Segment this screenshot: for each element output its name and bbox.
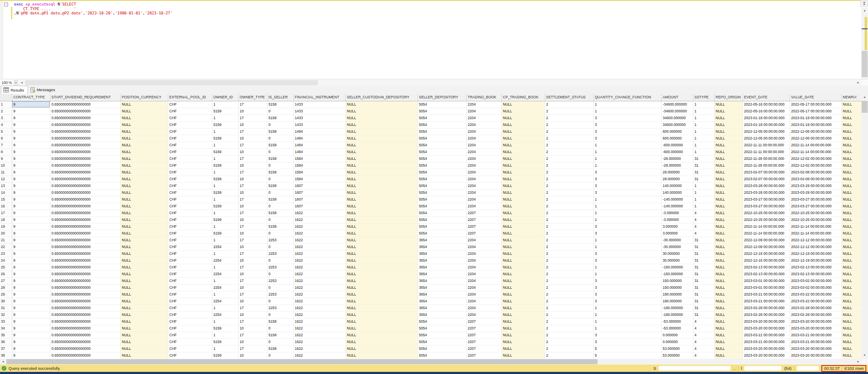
grid-cell[interactable]: 0	[267, 216, 293, 223]
grid-cell[interactable]: 150.000000	[661, 284, 693, 291]
grid-cell[interactable]: 1	[693, 114, 714, 121]
grid-cell[interactable]: 0.650000000000000000	[50, 108, 120, 114]
grid-cell[interactable]: 5159	[212, 176, 238, 182]
grid-cell[interactable]: 0.650000000000000000	[50, 332, 120, 338]
grid-cell[interactable]: 9	[12, 128, 50, 135]
grid-cell[interactable]: 2204	[466, 176, 501, 182]
grid-cell[interactable]: 1	[212, 114, 238, 121]
grid-cell[interactable]: 1	[212, 304, 238, 311]
grid-cell[interactable]: 2022-10-25 00:00:00.000	[790, 209, 841, 216]
grid-cell[interactable]: 4	[693, 325, 714, 332]
grid-cell[interactable]: 9	[12, 121, 50, 128]
grid-cell[interactable]: 0.650000000000000000	[50, 128, 120, 135]
grid-cell[interactable]: NULL	[714, 284, 743, 291]
grid-cell[interactable]: NULL	[345, 325, 417, 332]
grid-cell[interactable]: 5158	[267, 182, 293, 189]
grid-cell[interactable]: CHF	[168, 325, 212, 332]
grid-cell[interactable]: 9	[12, 196, 50, 203]
editor-zoom-select[interactable]: 100 % ▾	[0, 79, 19, 86]
grid-cell[interactable]: NULL	[841, 271, 861, 277]
grid-cell[interactable]: 2022-12-19 00:00:00.000	[790, 257, 841, 264]
grid-cell[interactable]: 9	[12, 345, 50, 352]
grid-cell[interactable]: 2023-03-20 00:00:00.000	[743, 352, 790, 359]
grid-cell[interactable]: NULL	[714, 196, 743, 203]
grid-cell[interactable]: NULL	[120, 155, 168, 162]
grid-cell[interactable]: 5159	[212, 203, 238, 209]
grid-cell[interactable]: 2	[545, 230, 593, 237]
row-header[interactable]: 22	[0, 243, 12, 250]
grid-cell[interactable]: NULL	[501, 338, 545, 345]
grid-cell[interactable]: NULL	[120, 352, 168, 359]
grid-cell[interactable]: 1	[212, 169, 238, 176]
grid-cell[interactable]: 1	[212, 332, 238, 338]
column-header[interactable]: EVENT_DATE	[743, 94, 790, 101]
grid-cell[interactable]: NULL	[841, 189, 861, 196]
grid-cell[interactable]: 1607	[293, 182, 345, 189]
grid-cell[interactable]: NULL	[841, 209, 861, 216]
grid-cell[interactable]: 2204	[466, 264, 501, 271]
grid-cell[interactable]: 1	[593, 101, 661, 108]
grid-cell[interactable]: 0.650000000000000000	[50, 264, 120, 271]
grid-cell[interactable]: NULL	[345, 196, 417, 203]
grid-cell[interactable]: 3	[593, 230, 661, 237]
grid-cell[interactable]: 2254	[212, 311, 238, 318]
grid-cell[interactable]: 10	[238, 135, 267, 142]
editor-hscroll-thumb[interactable]	[25, 80, 318, 85]
grid-cell[interactable]: 2023-03-20 00:00:00.000	[790, 325, 841, 332]
grid-cell[interactable]: 2023-02-07 00:00:00.000	[743, 169, 790, 176]
grid-cell[interactable]: 2023-03-29 00:00:00.000	[790, 182, 841, 189]
scroll-left-icon[interactable]: ◄	[0, 359, 6, 365]
grid-cell[interactable]: NULL	[120, 148, 168, 155]
grid-cell[interactable]: 2207	[466, 325, 501, 332]
grid-cell[interactable]: 1	[212, 209, 238, 216]
grid-cell[interactable]: 1622	[293, 271, 345, 277]
grid-cell[interactable]: NULL	[714, 250, 743, 257]
grid-cell[interactable]: 2204	[466, 114, 501, 121]
grid-cell[interactable]: 0.650000000000000000	[50, 162, 120, 169]
grid-cell[interactable]: 17	[238, 209, 267, 216]
grid-cell[interactable]: CHF	[168, 203, 212, 209]
grid-cell[interactable]: 9	[12, 338, 50, 345]
grid-cell[interactable]: CHF	[168, 237, 212, 243]
grid-cell[interactable]: NULL	[841, 257, 861, 264]
grid-cell[interactable]: 5054	[417, 155, 466, 162]
grid-cell[interactable]: 2023-02-13 00:00:00.000	[743, 271, 790, 277]
grid-cell[interactable]: 17	[238, 101, 267, 108]
grid-cell[interactable]: 9	[12, 223, 50, 230]
grid-cell[interactable]: CHF	[168, 264, 212, 271]
grid-cell[interactable]: 0.000000	[661, 338, 693, 345]
grid-cell[interactable]: 31	[693, 271, 714, 277]
grid-cell[interactable]: CHF	[168, 250, 212, 257]
grid-cell[interactable]: 0.650000000000000000	[50, 169, 120, 176]
grid-cell[interactable]: 17	[238, 304, 267, 311]
grid-cell[interactable]: 2023-01-18 00:00:00.000	[743, 121, 790, 128]
grid-cell[interactable]: NULL	[345, 101, 417, 108]
code-fold-icon[interactable]: -	[4, 3, 8, 6]
grid-cell[interactable]: 5159	[212, 189, 238, 196]
row-header[interactable]: 11	[0, 169, 12, 176]
grid-cell[interactable]: 3	[593, 128, 661, 135]
grid-cell[interactable]: 1	[212, 128, 238, 135]
grid-cell[interactable]: 5054	[417, 352, 466, 359]
grid-cell[interactable]: 2204	[466, 271, 501, 277]
grid-cell[interactable]: NULL	[714, 128, 743, 135]
grid-cell[interactable]: 2023-03-21 00:00:00.000	[790, 338, 841, 345]
grid-cell[interactable]: 2022-05-17 00:00:00.000	[790, 101, 841, 108]
grid-cell[interactable]: 5054	[417, 318, 466, 325]
grid-cell[interactable]: NULL	[501, 101, 545, 108]
grid-cell[interactable]: 2	[545, 108, 593, 114]
grid-cell[interactable]: CHF	[168, 209, 212, 216]
grid-cell[interactable]: 2023-01-18 00:00:00.000	[743, 114, 790, 121]
grid-cell[interactable]: 0.650000000000000000	[50, 304, 120, 311]
grid-cell[interactable]: 1622	[293, 250, 345, 257]
grid-cell[interactable]: 9	[12, 243, 50, 250]
row-header[interactable]: 37	[0, 345, 12, 352]
grid-cell[interactable]: 9	[12, 250, 50, 257]
grid-cell[interactable]: 31	[693, 169, 714, 176]
grid-cell[interactable]: 1622	[293, 325, 345, 332]
grid-cell[interactable]: NULL	[841, 304, 861, 311]
grid-cell[interactable]: NULL	[714, 332, 743, 338]
grid-cell[interactable]: CHF	[168, 182, 212, 189]
grid-cell[interactable]: 2254	[212, 271, 238, 277]
grid-cell[interactable]: 1	[593, 304, 661, 311]
